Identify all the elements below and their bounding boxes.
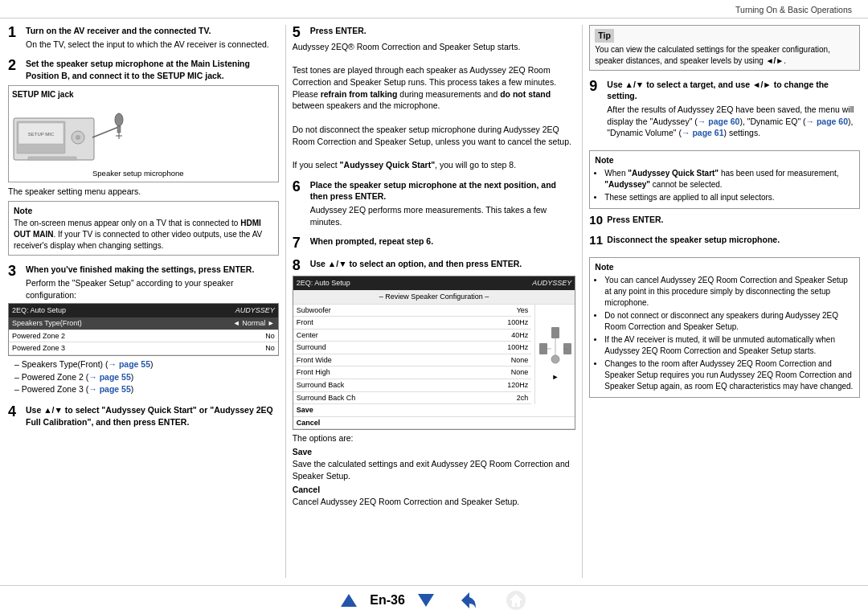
- link-3[interactable]: – Powered Zone 3 (→ page 55): [14, 383, 279, 395]
- step-3-table: 2EQ: Auto Setup AUDYSSEY Speakers Type(F…: [8, 303, 279, 355]
- receiver-illustration: SETUP MIC: [12, 102, 125, 166]
- row-save[interactable]: Save: [293, 404, 575, 417]
- table8-left: 2EQ: Auto Setup: [297, 278, 350, 289]
- row-surround-back[interactable]: Surround Back120Hz: [293, 379, 532, 392]
- step-7: 7 When prompted, repeat step 6.: [293, 235, 576, 250]
- table3-row-2[interactable]: Powered Zone 2 No: [9, 330, 278, 343]
- step-3: 3 When you've finished making the settin…: [8, 264, 279, 396]
- step-3-title: When you've finished making the settings…: [26, 264, 279, 276]
- table3-row-1[interactable]: Speakers Type(Front) ◄ Normal ►: [9, 317, 278, 330]
- note9-item1: When "Audyssey Quick Start" has been use…: [604, 168, 854, 190]
- step-9-title: Use ▲/▼ to select a target, and use ◄/► …: [607, 79, 860, 102]
- step-6-title: Place the speaker setup microphone at th…: [310, 179, 576, 203]
- row-front-wide[interactable]: Front WideNone: [293, 354, 532, 367]
- step-5-title: Press ENTER.: [310, 25, 366, 37]
- step-2-title: Set the speaker setup microphone at the …: [26, 58, 279, 81]
- table3-row1-name: Speakers Type(Front): [12, 318, 187, 329]
- row-subwoofer[interactable]: SubwooferYes: [293, 305, 532, 317]
- cancel-body: Cancel Audyssey 2EQ Room Correction and …: [293, 497, 520, 506]
- step-3-table-header: 2EQ: Auto Setup AUDYSSEY: [9, 304, 278, 317]
- final-note: Note You can cancel Audyssey 2EQ Room Co…: [589, 257, 860, 398]
- step-9-note: Note When "Audyssey Quick Start" has bee…: [589, 150, 860, 209]
- final-note-1: You can cancel Audyssey 2EQ Room Correct…: [604, 275, 854, 309]
- mic-label: Speaker setup microphone: [92, 168, 184, 178]
- step-3-links: – Speakers Type(Front) (→ page 55) – Pow…: [8, 358, 279, 395]
- speaker-diagram: [539, 327, 571, 367]
- step-2-note-body: The on-screen menus appear only on a TV …: [14, 218, 273, 252]
- save-section: Save Save the calculated settings and ex…: [293, 446, 576, 481]
- row-front[interactable]: Front100Hz: [293, 317, 532, 330]
- row-cancel[interactable]: Cancel: [293, 417, 575, 430]
- step-3-body: Perform the "Speaker Setup" according to…: [26, 277, 279, 301]
- step-2-after: The speaker setting menu appears.: [8, 186, 279, 198]
- tip-body: You can view the calculated settings for…: [595, 44, 854, 67]
- cancel-title: Cancel: [293, 485, 320, 494]
- footer: En-36: [0, 585, 868, 614]
- divider-1: [285, 25, 286, 578]
- step-11: 11 Disconnect the speaker setup micropho…: [589, 234, 860, 246]
- step-9-body: After the results of Audyssey 2EQ have b…: [607, 104, 860, 139]
- svg-rect-11: [28, 157, 76, 160]
- svg-point-7: [115, 113, 123, 126]
- link-1[interactable]: – Speakers Type(Front) (→ page 55): [14, 358, 279, 370]
- step-2-num: 2: [8, 58, 23, 81]
- table3-row1-val: ◄ Normal ►: [187, 318, 275, 329]
- divider-2: [582, 25, 583, 578]
- home-button[interactable]: [505, 589, 527, 612]
- row-center[interactable]: Center40Hz: [293, 330, 532, 342]
- step-8-num: 8: [293, 258, 307, 272]
- step-9-note-title: Note: [595, 154, 854, 166]
- step-4: 4 Use ▲/▼ to select "Audyssey Quick Star…: [8, 404, 279, 428]
- table8-subtitle: – Review Speaker Configuration –: [293, 290, 575, 305]
- setup-mic-label: SETUP MIC jack: [12, 89, 74, 100]
- content-area: 1 Turn on the AV receiver and the connec…: [0, 18, 868, 578]
- step-10: 10 Press ENTER.: [589, 214, 860, 226]
- svg-point-15: [551, 355, 559, 363]
- note9-item2: These settings are applied to all input …: [604, 192, 854, 203]
- step-2: 2 Set the speaker setup microphone at th…: [8, 58, 279, 256]
- table3-row3-name: Powered Zone 3: [12, 343, 187, 354]
- step-8-table-header: 2EQ: Auto Setup AUDYSSEY: [293, 276, 575, 290]
- step-2-note-title: Note: [14, 205, 273, 217]
- step-1-body: On the TV, select the input to which the…: [26, 39, 269, 51]
- svg-rect-13: [539, 343, 547, 354]
- col-left: 1 Turn on the AV receiver and the connec…: [8, 25, 279, 578]
- step-11-title: Disconnect the speaker setup microphone.: [607, 234, 780, 246]
- col-mid: 5 Press ENTER. Audyssey 2EQ® Room Correc…: [293, 25, 576, 578]
- link-2[interactable]: – Powered Zone 2 (→ page 55): [14, 371, 279, 383]
- final-note-4: Changes to the room after Audyssey 2EQ R…: [604, 358, 854, 392]
- row-surround-back-ch[interactable]: Surround Back Ch2ch: [293, 392, 532, 405]
- step-1-title: Turn on the AV receiver and the connecte…: [26, 25, 269, 37]
- step-7-title: When prompted, repeat step 6.: [310, 235, 433, 248]
- cancel-section: Cancel Cancel Audyssey 2EQ Room Correcti…: [293, 484, 576, 507]
- final-note-title: Note: [595, 261, 854, 273]
- table3-row2-name: Powered Zone 2: [12, 331, 187, 342]
- step-10-num: 10: [589, 214, 604, 226]
- table3-row-3[interactable]: Powered Zone 3 No: [9, 342, 278, 355]
- page-up-button[interactable]: [341, 594, 357, 607]
- diagram-inner: SETUP MIC: [12, 102, 125, 166]
- tip-box: Tip You can view the calculated settings…: [589, 25, 860, 71]
- step-5: 5 Press ENTER. Audyssey 2EQ® Room Correc…: [293, 25, 576, 171]
- step-1: 1 Turn on the AV receiver and the connec…: [8, 25, 279, 50]
- svg-rect-12: [551, 327, 559, 338]
- step-3-num: 3: [8, 264, 23, 301]
- step-8: 8 Use ▲/▼ to select an option, and then …: [293, 258, 576, 507]
- back-button[interactable]: [458, 589, 481, 612]
- step-10-title: Press ENTER.: [607, 214, 663, 226]
- row-front-high[interactable]: Front HighNone: [293, 366, 532, 379]
- step-6-body: Audyssey 2EQ performs more measurements.…: [310, 204, 576, 227]
- step-9-note-list: When "Audyssey Quick Start" has been use…: [595, 168, 854, 203]
- table3-right: AUDYSSEY: [235, 305, 275, 316]
- final-note-3: If the AV receiver is muted, it will be …: [604, 334, 854, 357]
- step-9-num: 9: [589, 79, 604, 139]
- tip-title: Tip: [595, 29, 614, 43]
- table3-row3-val: No: [187, 343, 275, 354]
- page-down-button[interactable]: [418, 594, 434, 607]
- final-note-list: You can cancel Audyssey 2EQ Room Correct…: [595, 275, 854, 392]
- step-4-title: Use ▲/▼ to select "Audyssey Quick Start"…: [26, 404, 279, 428]
- step-8-options: The options are: Save Save the calculate…: [293, 432, 576, 507]
- step-7-num: 7: [293, 235, 307, 250]
- step-1-num: 1: [8, 25, 23, 50]
- row-surround[interactable]: Surround100Hz: [293, 342, 532, 354]
